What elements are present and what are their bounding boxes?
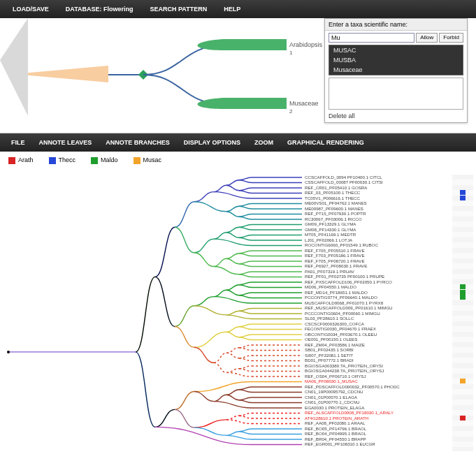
tree-leaf-label: REF_OS04_PF06710.1 ORYSJ — [305, 374, 424, 379]
tree-leaf-label: REF_PT15_PF07930.1 POPTR — [305, 211, 424, 217]
tree-leaf-label: REF_BO05_PF14796.1 BRAOL — [305, 426, 424, 432]
pattern-leaf1: Arabidopsis — [289, 41, 322, 48]
taxa-suggest-item[interactable]: MUSBA — [329, 55, 463, 65]
svg-point-2 — [7, 351, 10, 353]
legend: Arath Thecc Maldo Musac — [0, 152, 476, 169]
tree-leaf-label: BGIOSGA044238.TA_PROTEIN_ORYSJ — [305, 368, 424, 374]
tree-leaf-label: EGA0030.1 PROTEIN_ELAGA — [305, 405, 424, 411]
tree-leaf-label: REF_F705_PF05510.1 FRAVE — [305, 248, 424, 254]
allow-button[interactable]: Allow — [416, 33, 438, 43]
tree-leaf-label: REF_PXSCAFFOLD106_PF02050.1 PYRCO — [305, 279, 424, 285]
tree-leaf-label: SI007_PF32081.1 SETIT — [305, 353, 424, 358]
pattern-leaf1-num: 1 — [289, 50, 292, 56]
menu-database[interactable]: DATABASE: Flowering — [59, 3, 140, 15]
tree-leaf-label: ROCONTIG6060_PF01549.1 RUBOC — [305, 242, 424, 248]
legend-item-arath: Arath — [8, 156, 34, 164]
menu-help[interactable]: HELP — [217, 3, 247, 15]
marker-square — [460, 190, 466, 195]
marker-square — [460, 196, 466, 200]
menu-annote-branches[interactable]: ANNOTE BRANCHES — [100, 136, 175, 149]
tree-leaf-label: CCSCAFFOLD_0094 PF10400.1 CITCL — [305, 175, 424, 180]
tree-leaf-label: REF_03_PF05100.1 THECC — [305, 190, 424, 196]
marker-square — [460, 290, 466, 295]
tree-leaf-label: FECONTIG0030_PF04670.1 FRAEX — [305, 326, 424, 332]
tree-leaf-label: REF_PF01_PF02735 PF00100.1 PRUPE — [305, 274, 424, 279]
tree-leaf-label: CSCSCF0000326300_COFCA — [305, 321, 424, 327]
tree-leaf-label: GM08_PF14330.1 GLYMA — [305, 227, 424, 233]
tree-leaf-label: REF_P6927_PF08030.1 FRAVE — [305, 263, 424, 269]
forbid-button[interactable]: Forbid — [439, 33, 463, 43]
menu-annote-leaves[interactable]: ANNOTE LEAVES — [34, 136, 98, 149]
menu-loadsave[interactable]: LOAD/SAVE — [6, 3, 56, 15]
square-icon — [134, 157, 140, 164]
marker-grid — [452, 175, 473, 451]
tree-leaf-label: CN01_01P00570.1 ELAGA — [305, 395, 424, 400]
tree-leaf-label: REF_AA08_PF02080.1 ARAAL — [305, 420, 424, 426]
pattern-zone: Arabidopsis 1 Musaceae 2 Enter a taxa sc… — [0, 18, 476, 133]
tree-leaf-label: MUSCAFFOLD0068_PF01070.1 PYRX8 — [305, 300, 424, 306]
top-menubar: LOAD/SAVE DATABASE: Flowering SEARCH PAT… — [0, 0, 476, 18]
marker-square — [460, 295, 466, 300]
legend-item-musac: Musac — [134, 156, 162, 164]
phylo-tree: CCSCAFFOLD_0094 PF10400.1 CITCLCSSCAFFOL… — [0, 169, 476, 454]
tree-leaf-label: BGIOSGA003380.TA_PROTEIN_ORYSI — [305, 363, 424, 369]
tree-leaf-label: GM09_PF13329.1 GLYMA — [305, 221, 424, 227]
tree-leaf-label: SB01_PF02435.1 SORBI — [305, 347, 424, 353]
legend-item-maldo: Maldo — [91, 156, 118, 164]
tree-leaf-label: MT05_PF41169.1 MEDTR — [305, 232, 424, 237]
menu-zoom[interactable]: ZOOM — [249, 136, 279, 149]
tree-leaf-label: TC05V1_P006616.1 THECC — [305, 196, 424, 201]
taxa-suggest-item[interactable]: MUSAC — [329, 45, 463, 55]
tree-leaf-label: REF_BR04_PF04550.1 BRAPP — [305, 437, 424, 442]
square-icon — [91, 157, 98, 164]
tree-leaf-label: AT4G28610.1 PROTEIN_ARATH — [305, 416, 424, 421]
menu-graphical-rendering[interactable]: GRAPHICAL RENDERING — [282, 136, 370, 149]
tree-leaf-label: REF_EGR001_PF108310.1 EUCGR — [305, 441, 424, 447]
menu-display-options[interactable]: DISPLAY OPTIONS — [178, 136, 246, 149]
tree-leaf-label: REF_F703_PF05186.1 FRAVE — [305, 253, 424, 258]
tree-leaf-label: CSSCAFFOLD_00087 PF00030.1 CITSI — [305, 180, 424, 185]
taxa-panel-header: Enter a taxa scientific name: — [325, 19, 467, 31]
tree-leaf-label: REF_MD14_PF18651.1 MALDO — [305, 290, 424, 295]
tree-leaf-label: ME00987_PF09600.1 MANES — [305, 206, 424, 212]
menu-search-pattern[interactable]: SEARCH PATTERN — [143, 3, 215, 15]
tree-leaf-label: SL03_PF28610.1 SOLLC — [305, 316, 424, 321]
tree-leaf-label: REF_PDSCAFFOLD000032_PF00570.1 PHODC — [305, 384, 424, 390]
tree-menubar: FILE ANNOTE LEAVES ANNOTE BRANCHES DISPL… — [0, 133, 476, 152]
tree-leaf-label: REF_CR01_PF05410.1 GOSRA — [305, 185, 424, 191]
marker-square — [460, 416, 466, 420]
tree-leaf-label: REF_ZM04_PF03586.1 MAIZE — [305, 342, 424, 348]
tree-leaf-label: CN01_01P00770.1_CDCNU — [305, 400, 424, 405]
square-icon — [8, 157, 15, 164]
tree-leaf-label: REF_F705_PF08720.1 FRAVE — [305, 258, 424, 264]
pattern-leaf2-num: 2 — [289, 108, 292, 115]
tree-leaf-label: REF_MUSCAFFOLD009_PF01610.1 MIMGU — [305, 305, 424, 311]
marker-square — [460, 379, 466, 383]
taxa-input[interactable] — [329, 33, 414, 43]
square-icon — [49, 157, 56, 164]
tree-leaf-label: RC30067_PF03006.1 RICCO — [305, 217, 424, 222]
taxa-listbox[interactable] — [329, 78, 463, 110]
tree-leaf-label: MD06_PF04550.1 MALDO — [305, 284, 424, 290]
tree-labels: CCSCAFFOLD_0094 PF10400.1 CITCLCSSCAFFOL… — [305, 175, 424, 447]
legend-item-thecc: Thecc — [49, 156, 76, 164]
tree-leaf-label: LJ01_PF02066.1 LOTJA — [305, 237, 424, 243]
tree-leaf-label: OE001_PF00150.1 OLEES — [305, 337, 424, 342]
pattern-svg — [0, 18, 301, 133]
menu-file[interactable]: FILE — [6, 136, 31, 149]
tree-leaf-label: REF_ALSCAFFOLD0008_PF18030.1_ARALY — [305, 410, 424, 416]
tree-leaf-label: PCCONTIG0774_PF06640.1 MALDO — [305, 295, 424, 300]
delete-all-link[interactable]: Delete all — [325, 110, 467, 122]
tree-leaf-label: BD01_PF07772.1 BRADI — [305, 358, 424, 363]
tree-leaf-label: MA06_PF08030.1_MUSAC — [305, 379, 424, 384]
tree-leaf-label: REF_BO04_PF04995.1 BRAOL — [305, 431, 424, 437]
taxa-suggest-list: MUSAC MUSBA Musaceae — [329, 45, 463, 75]
taxa-panel: Enter a taxa scientific name: Allow Forb… — [324, 18, 468, 123]
pattern-leaf2: Musaceae — [289, 100, 319, 107]
tree-leaf-label: PA01_PF07319.1 PRUAV — [305, 269, 424, 275]
tree-leaf-label: ME00VS01_PF04762.1 MANES — [305, 200, 424, 206]
tree-leaf-label: PCCCONTIG0604_PF00060.1 MIMGU — [305, 311, 424, 316]
taxa-suggest-item[interactable]: Musaceae — [329, 65, 463, 75]
tree-leaf-label: OBCONTIG0034_PF03670.1 OLEEU — [305, 332, 424, 337]
tree-leaf-label: CN01_19P00095792_CDCNU — [305, 389, 424, 395]
